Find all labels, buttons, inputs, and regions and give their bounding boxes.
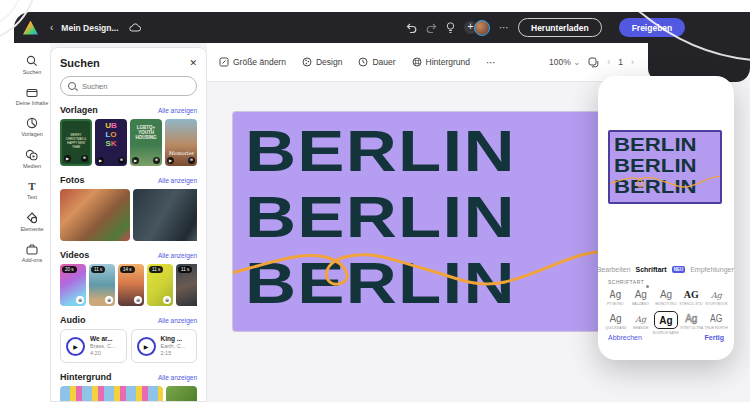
play-icon[interactable]: ▶ bbox=[132, 157, 139, 164]
more-icon[interactable]: ⊕ bbox=[153, 157, 160, 164]
sidebar-item-deine-inhalte[interactable]: Deine Inhalte bbox=[16, 87, 48, 107]
tab-bearbeiten[interactable]: Bearbeiten bbox=[598, 266, 631, 273]
video-thumb-yellow[interactable]: 11 s ⊕ bbox=[147, 264, 173, 306]
play-icon[interactable]: ▶ bbox=[167, 157, 174, 164]
section-vorlagen-label: Vorlagen bbox=[60, 105, 98, 115]
section-fotos-label: Fotos bbox=[60, 175, 85, 185]
page-number: 1 bbox=[618, 57, 623, 67]
back-chevron-icon[interactable]: ‹ bbox=[50, 22, 53, 33]
font-option[interactable]: Ag STORYBOOK bbox=[705, 287, 728, 306]
audio-cards: ▶ We ar... Brass, C... 4:20 ▶ King ... E… bbox=[60, 329, 197, 363]
add-icon[interactable]: ⊕ bbox=[134, 296, 142, 304]
download-button[interactable]: Herunterladen bbox=[518, 18, 602, 37]
mini-wavy-line bbox=[610, 132, 720, 202]
duration-badge: 14 s bbox=[120, 266, 135, 273]
font-option[interactable]: Ag PT MONO bbox=[604, 287, 627, 306]
play-icon[interactable]: ▶ bbox=[97, 157, 104, 164]
resize-icon bbox=[219, 57, 229, 67]
more-icon[interactable]: ⊕ bbox=[188, 157, 195, 164]
cancel-button[interactable]: Abbrechen bbox=[608, 334, 642, 341]
document-title[interactable]: Mein Design... bbox=[61, 23, 118, 33]
videos-see-all-link[interactable]: Alle anzeigen bbox=[158, 252, 197, 259]
play-icon[interactable]: ▶ bbox=[66, 337, 85, 356]
photo-thumb-kitchen[interactable] bbox=[133, 189, 197, 241]
audio-card[interactable]: ▶ We ar... Brass, C... 4:20 bbox=[60, 329, 127, 363]
lightbulb-icon[interactable] bbox=[446, 22, 455, 34]
play-icon[interactable]: ▶ bbox=[64, 155, 71, 162]
undo-icon[interactable] bbox=[406, 23, 417, 33]
more-options-icon[interactable]: ⋯ bbox=[499, 22, 509, 33]
resize-button[interactable]: Größe ändern bbox=[219, 57, 286, 67]
add-icon[interactable]: ⊕ bbox=[163, 296, 171, 304]
search-panel-title: Suchen bbox=[60, 57, 100, 69]
add-icon[interactable]: ⊕ bbox=[76, 296, 84, 304]
sidebar-item-suchen[interactable]: Suchen bbox=[23, 55, 42, 76]
close-icon[interactable]: ✕ bbox=[189, 58, 197, 68]
template-thumb-memories[interactable]: Memories ▶ ⊕ bbox=[165, 119, 197, 166]
font-option-selected[interactable]: Ag SOURCE SANS bbox=[655, 311, 678, 335]
fotos-see-all-link[interactable]: Alle anzeigen bbox=[158, 177, 197, 184]
sidebar-item-add-ons[interactable]: Add-ons bbox=[22, 244, 43, 264]
mobile-preview-panel: BERLIN BERLIN BERLIN Bearbeiten Schrifta… bbox=[598, 76, 734, 360]
duration-badge: 20 s bbox=[62, 266, 77, 273]
font-option[interactable]: Ag STINT ULTRA bbox=[680, 311, 703, 335]
phone-tabs: Bearbeiten Schriftart NEU Empfehlungen bbox=[598, 266, 734, 273]
video-thumb-swirl[interactable]: 20 s ⊕ bbox=[60, 264, 86, 306]
vorlagen-see-all-link[interactable]: Alle anzeigen bbox=[158, 107, 197, 114]
template-thumb-lgbtq[interactable]: LGBTQ+ YOUTH HOUSING ▶ ⊕ bbox=[130, 119, 162, 166]
video-thumb-person[interactable]: 11 s bbox=[176, 264, 197, 306]
more-icon[interactable]: ⊕ bbox=[118, 157, 125, 164]
search-icon bbox=[68, 82, 76, 90]
audio-see-all-link[interactable]: Alle anzeigen bbox=[158, 317, 197, 324]
search-input[interactable] bbox=[80, 81, 184, 92]
tab-schriftart[interactable]: Schriftart bbox=[636, 266, 667, 273]
sidebar-item-vorlagen[interactable]: Vorlagen bbox=[21, 117, 43, 138]
audio-card[interactable]: ▶ King ... Earth, C... 2:15 bbox=[131, 329, 198, 363]
font-option[interactable]: Ag MONOTONO bbox=[655, 287, 678, 306]
sidebar-item-medien[interactable]: Medien bbox=[23, 149, 41, 170]
share-button[interactable]: Freigeben bbox=[619, 18, 686, 37]
new-badge: NEU bbox=[672, 266, 686, 273]
more-icon[interactable]: ⊕ bbox=[81, 155, 88, 162]
background-thumb-green[interactable] bbox=[166, 386, 197, 402]
font-option[interactable]: AG TRUE NORTH bbox=[705, 311, 728, 335]
font-option[interactable]: Ag BALZANO bbox=[629, 287, 652, 306]
template-thumb-letters[interactable]: UB LO SK ▶ ⊕ bbox=[95, 119, 127, 166]
add-icon[interactable]: ⊕ bbox=[105, 296, 113, 304]
design-canvas[interactable]: BERLIN BERLIN BERLIN bbox=[233, 112, 610, 331]
video-thumb-beach[interactable]: 11 s ⊕ bbox=[89, 264, 115, 306]
canvas-wavy-line[interactable] bbox=[233, 112, 610, 331]
zoom-control[interactable]: 100% ⌄ bbox=[549, 57, 580, 67]
hintergrund-thumbnails bbox=[60, 386, 197, 402]
prev-page-button[interactable]: ‹ bbox=[607, 57, 610, 67]
toolbar-more-icon[interactable]: ⋯ bbox=[486, 57, 496, 68]
done-button[interactable]: Fertig bbox=[705, 334, 724, 341]
font-option[interactable]: AG STENCIL STD bbox=[680, 287, 703, 306]
redo-icon[interactable] bbox=[426, 23, 437, 33]
hintergrund-see-all-link[interactable]: Alle anzeigen bbox=[158, 374, 197, 381]
user-avatar[interactable] bbox=[474, 20, 490, 36]
search-panel: Suchen ✕ Vorlagen Alle anzeigen MERRY CH… bbox=[50, 47, 207, 402]
photo-thumb-cooking[interactable] bbox=[60, 189, 130, 241]
duration-badge: 11 s bbox=[149, 266, 163, 273]
sidebar-item-elemente[interactable]: Elemente bbox=[20, 212, 43, 233]
tab-empfehlungen[interactable]: Empfehlungen bbox=[690, 266, 734, 273]
adobe-express-logo[interactable] bbox=[23, 21, 38, 35]
duration-button[interactable]: Dauer bbox=[358, 57, 395, 67]
design-button[interactable]: Design bbox=[302, 57, 342, 67]
play-icon[interactable]: ▶ bbox=[137, 337, 156, 356]
video-thumb-hikers[interactable]: 14 s ⊕ bbox=[118, 264, 144, 306]
sidebar-item-text[interactable]: T Text bbox=[27, 180, 37, 201]
next-page-button[interactable]: › bbox=[631, 57, 634, 67]
background-button[interactable]: Hintergrund bbox=[412, 57, 470, 67]
search-input-wrap[interactable] bbox=[60, 76, 197, 96]
background-thumb-pattern[interactable] bbox=[60, 386, 163, 402]
font-option[interactable]: Ag SEASIDE bbox=[629, 311, 652, 335]
videos-thumbnails: 20 s ⊕ 11 s ⊕ 14 s ⊕ 11 s ⊕ 11 s bbox=[60, 264, 197, 306]
templates-icon bbox=[26, 117, 38, 129]
mini-canvas[interactable]: BERLIN BERLIN BERLIN bbox=[608, 130, 722, 204]
template-thumb-christmas[interactable]: MERRY CHRISTMAS & HAPPY NEW YEAR ▶ ⊕ bbox=[60, 119, 92, 166]
left-rail: Suchen Deine Inhalte Vorlagen Medien T T… bbox=[14, 43, 50, 402]
pages-icon[interactable] bbox=[588, 57, 599, 68]
font-option[interactable]: Ag QUICKSAND bbox=[604, 311, 627, 335]
